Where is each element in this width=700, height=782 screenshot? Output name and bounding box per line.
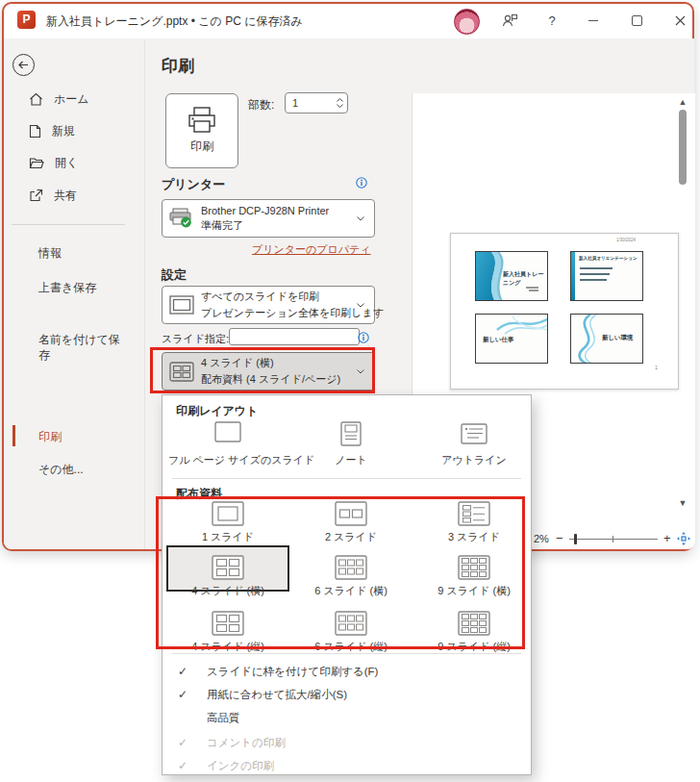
fit-slide-icon xyxy=(677,532,690,545)
annotation-box-handout-grid xyxy=(156,496,525,649)
maximize-icon xyxy=(632,15,642,26)
account-avatar[interactable] xyxy=(454,9,480,35)
close-button[interactable] xyxy=(667,10,692,31)
menu-item-full-page-slides[interactable]: フル ページ サイズのスライド xyxy=(168,420,288,467)
zoom-in-button[interactable]: + xyxy=(663,531,671,545)
print-range-subtitle: プレゼンテーション全体を印刷します xyxy=(201,306,357,320)
menu-option-label: コメントの印刷 xyxy=(207,736,286,750)
settings-section-header: 設定 xyxy=(162,266,187,284)
chevron-down-icon xyxy=(357,216,364,221)
check-icon-disabled: ✓ xyxy=(162,759,207,772)
slide-range-info-icon[interactable] xyxy=(358,332,369,343)
help-button[interactable]: ? xyxy=(539,10,564,31)
slide-bullet-line xyxy=(580,267,612,269)
scrollbar-thumb[interactable] xyxy=(679,110,687,185)
sidebar-item-save[interactable]: 上書き保存 xyxy=(38,280,138,295)
copies-label: 部数: xyxy=(248,97,274,114)
slide-title: 新入社員トレーニング xyxy=(503,270,547,288)
preview-page-number: 1 xyxy=(655,365,658,370)
preview-slide-2: 新入社員オリエンテーション xyxy=(570,251,643,301)
copies-stepper[interactable]: 1 xyxy=(285,92,348,114)
sidebar-selection-indicator xyxy=(12,425,15,446)
menu-item-outline[interactable]: アウトライン xyxy=(414,420,534,467)
sidebar-item-print[interactable]: 印刷 xyxy=(38,429,138,444)
screenshot-stage: P 新入社員トレーニング.pptx • この PC に保存済み ? ホーム xyxy=(0,0,700,782)
sidebar-item-new[interactable]: 新規 xyxy=(29,120,135,141)
menu-divider xyxy=(172,478,521,479)
slide-subtext-line xyxy=(526,287,538,289)
check-icon: ✓ xyxy=(162,665,207,678)
preview-page: 1/30/2024 1 新入社員トレーニング xyxy=(450,233,679,390)
printer-properties-link[interactable]: プリンターのプロパティ xyxy=(252,242,371,257)
sidebar-section-divider xyxy=(12,224,125,225)
menu-option-frame-slides[interactable]: ✓ スライドに枠を付けて印刷する(F) xyxy=(162,661,531,682)
open-folder-icon xyxy=(29,157,44,169)
fit-to-window-button[interactable] xyxy=(677,532,690,545)
printer-name: Brother DCP-J928N Printer xyxy=(201,205,357,216)
annotation-box-layout-dropdown xyxy=(150,347,375,393)
home-icon xyxy=(29,92,43,107)
slide-title: 新しい環境 xyxy=(602,334,633,342)
sidebar-item-share[interactable]: 共有 xyxy=(29,185,135,206)
back-button[interactable] xyxy=(12,54,35,76)
sidebar-item-open[interactable]: 開く xyxy=(29,152,135,173)
zoom-percentage: 2% xyxy=(534,533,549,544)
preview-date: 1/30/2024 xyxy=(616,238,636,242)
print-button[interactable]: 印刷 xyxy=(165,93,238,168)
slide-bullet-line xyxy=(580,273,610,275)
chevron-down-icon xyxy=(357,303,364,308)
scrollbar-down-arrow[interactable]: ▼ xyxy=(676,497,689,509)
back-arrow-icon xyxy=(18,61,29,69)
check-icon-disabled: ✓ xyxy=(162,736,207,749)
slide-bullet-line xyxy=(580,279,607,281)
preview-slide-4: 新しい環境 xyxy=(570,314,643,364)
person-flag-icon xyxy=(502,13,518,28)
maximize-button[interactable] xyxy=(624,10,649,31)
stepper-arrows[interactable] xyxy=(332,98,347,108)
slides-frame-icon xyxy=(162,295,201,315)
menu-option-label: 用紙に合わせて拡大/縮小(S) xyxy=(207,688,347,702)
sidebar-item-info[interactable]: 情報 xyxy=(38,245,138,261)
slide-subtext-line xyxy=(529,290,538,291)
sidebar-item-home[interactable]: ホーム xyxy=(29,88,135,110)
printer-section-header: プリンター xyxy=(162,176,225,193)
zoom-slider-thumb[interactable] xyxy=(574,534,577,544)
slide-range-input[interactable] xyxy=(229,328,360,345)
stepper-up-icon xyxy=(337,98,343,102)
printer-info-icon[interactable] xyxy=(356,177,367,189)
menu-option-scale-to-fit[interactable]: ✓ 用紙に合わせて拡大/縮小(S) xyxy=(162,684,531,705)
preview-slide-1: 新入社員トレーニング xyxy=(475,251,548,301)
menu-item-notes[interactable]: ノート xyxy=(291,420,411,467)
sidebar-item-label: ホーム xyxy=(54,91,89,108)
zoom-out-button[interactable]: − xyxy=(556,531,563,545)
printer-status: 準備完了 xyxy=(201,218,357,233)
check-icon: ✓ xyxy=(162,688,207,701)
share-icon xyxy=(29,189,43,202)
sidebar-item-more[interactable]: その他... xyxy=(38,462,138,477)
slide-title: 新しい仕事 xyxy=(483,336,513,344)
zoom-slider-track[interactable] xyxy=(569,539,658,540)
scrollbar-up-arrow[interactable]: ▲ xyxy=(676,96,689,108)
minimize-icon xyxy=(588,20,598,21)
copies-value: 1 xyxy=(286,97,332,109)
menu-item-label: フル ページ サイズのスライド xyxy=(168,453,288,467)
menu-item-label: アウトライン xyxy=(414,453,534,467)
sidebar-item-label: 新規 xyxy=(52,123,75,139)
close-icon xyxy=(675,15,686,26)
stepper-down-icon xyxy=(337,104,343,108)
printer-select-dropdown[interactable]: Brother DCP-J928N Printer 準備完了 xyxy=(162,199,375,238)
outline-icon xyxy=(456,420,492,449)
zoom-slider-midpoint xyxy=(612,536,613,542)
slide-range-label: スライド指定: xyxy=(162,332,229,346)
print-range-dropdown[interactable]: すべてのスライドを印刷 プレゼンテーション全体を印刷します xyxy=(162,286,375,324)
sidebar-divider xyxy=(144,40,145,549)
menu-section-print-layout: 印刷レイアウト xyxy=(176,403,258,419)
notes-page-icon xyxy=(333,420,369,449)
window-title: 新入社員トレーニング.pptx • この PC に保存済み xyxy=(46,13,303,30)
minimize-button[interactable] xyxy=(581,10,606,31)
new-document-icon xyxy=(29,124,41,139)
page-title: 印刷 xyxy=(162,55,194,77)
sidebar-item-save-as[interactable]: 名前を付けて保存 xyxy=(38,332,131,363)
menu-option-high-quality[interactable]: 高品質 xyxy=(162,707,531,728)
presenter-feedback-icon[interactable] xyxy=(497,10,522,31)
